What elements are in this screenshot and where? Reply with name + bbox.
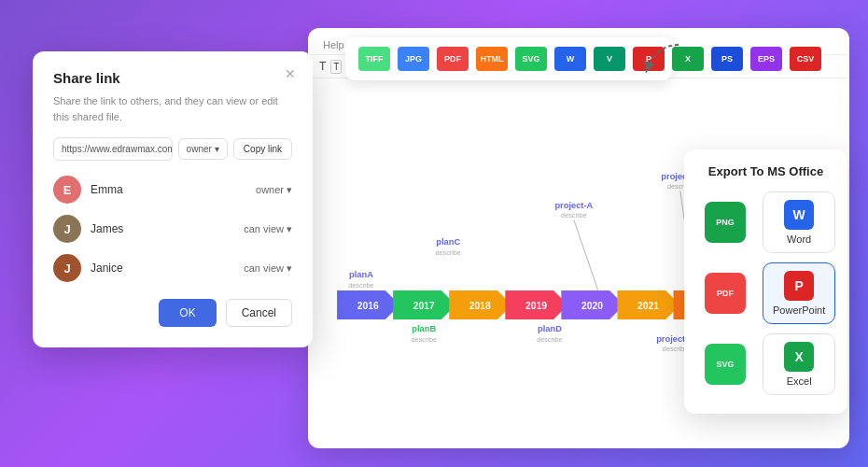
svg-text:describe: describe [435, 248, 460, 257]
svg-text:2016: 2016 [357, 301, 379, 311]
format-eps-icon[interactable]: EPS [750, 47, 782, 71]
export-small-svg-icon[interactable]: SVG [705, 344, 746, 385]
export-grid: PNG W Word PDF P PowerPoint SVG X Excel [697, 191, 834, 395]
user-name: Emma [91, 183, 256, 196]
user-row: J James can view ▾ [53, 215, 292, 243]
word-icon: W [784, 200, 814, 230]
chevron-down-icon: ▾ [287, 223, 292, 235]
user-role-dropdown[interactable]: owner ▾ [256, 184, 292, 196]
svg-text:project-A: project-A [554, 201, 593, 210]
format-html-icon[interactable]: HTML [476, 47, 508, 71]
svg-text:2017: 2017 [413, 301, 435, 311]
avatar: J [53, 254, 81, 282]
svg-line-20 [574, 219, 598, 290]
export-small-png-icon[interactable]: PNG [705, 202, 746, 243]
svg-text:2020: 2020 [581, 301, 603, 311]
chevron-down-icon: ▾ [287, 184, 292, 196]
toolbar-text-box-icon[interactable]: T [330, 60, 342, 74]
copy-link-button[interactable]: Copy link [233, 138, 292, 160]
powerpoint-icon: P [784, 271, 814, 301]
format-word-icon[interactable]: W [554, 47, 586, 71]
dialog-title: Share link [53, 70, 292, 86]
format-ps-icon[interactable]: PS [711, 47, 743, 71]
share-dialog: ✕ Share link Share the link to others, a… [33, 51, 313, 347]
cancel-button[interactable]: Cancel [226, 299, 292, 327]
close-icon[interactable]: ✕ [281, 64, 300, 83]
svg-text:2018: 2018 [469, 301, 491, 311]
svg-text:2019: 2019 [525, 301, 547, 311]
format-csv-icon[interactable]: CSV [790, 47, 821, 71]
help-label: Help [323, 39, 344, 50]
chevron-down-icon: ▾ [215, 144, 219, 154]
avatar: E [53, 176, 81, 204]
arrow-indicator [637, 35, 683, 82]
chevron-down-icon: ▾ [287, 262, 292, 275]
export-panel: Export To MS Office PNG W Word PDF P Pow… [684, 149, 847, 414]
svg-text:planA: planA [349, 270, 373, 279]
dialog-description: Share the link to others, and they can v… [53, 93, 292, 124]
export-excel-button[interactable]: X Excel [763, 333, 835, 395]
user-role-dropdown[interactable]: can view ▾ [244, 223, 292, 235]
format-svg-icon[interactable]: SVG [515, 47, 547, 71]
link-row: https://www.edrawmax.com/online/fil owne… [53, 137, 292, 161]
link-input[interactable]: https://www.edrawmax.com/online/fil [53, 137, 173, 161]
user-name: Janice [91, 262, 244, 275]
users-list: E Emma owner ▾ J James can view ▾ J Jani… [53, 176, 292, 282]
ok-button[interactable]: OK [159, 299, 216, 327]
user-role-dropdown[interactable]: can view ▾ [244, 262, 292, 275]
avatar: J [53, 215, 81, 243]
word-label: Word [787, 234, 811, 245]
user-name: James [91, 222, 244, 235]
powerpoint-label: PowerPoint [773, 304, 825, 316]
dialog-actions: OK Cancel [53, 299, 292, 327]
excel-label: Excel [787, 375, 812, 387]
excel-icon: X [784, 342, 814, 372]
user-row: E Emma owner ▾ [53, 176, 292, 204]
format-visio-icon[interactable]: V [594, 47, 625, 71]
svg-text:describe: describe [348, 281, 373, 290]
svg-text:planB: planB [412, 324, 436, 333]
export-word-button[interactable]: W Word [763, 191, 835, 253]
svg-text:planD: planD [538, 324, 562, 333]
svg-text:describe: describe [561, 211, 586, 219]
toolbar-text-icon[interactable]: T [319, 60, 326, 73]
export-small-pdf-icon[interactable]: PDF [705, 273, 746, 314]
format-jpg-icon[interactable]: JPG [398, 47, 429, 71]
format-tiff-icon[interactable]: TIFF [358, 47, 390, 71]
export-panel-title: Export To MS Office [697, 164, 834, 178]
user-row: J Janice can view ▾ [53, 254, 292, 282]
svg-text:describe: describe [412, 335, 437, 344]
export-powerpoint-button[interactable]: P PowerPoint [763, 262, 835, 324]
svg-text:describe: describe [537, 335, 562, 344]
svg-text:2021: 2021 [637, 301, 659, 311]
svg-text:planC: planC [436, 237, 460, 247]
link-permission-dropdown[interactable]: owner ▾ [178, 138, 228, 160]
format-bar: TIFF JPG PDF HTML SVG W V P X PS EPS CSV [345, 37, 672, 80]
format-pdf-icon[interactable]: PDF [437, 47, 469, 71]
